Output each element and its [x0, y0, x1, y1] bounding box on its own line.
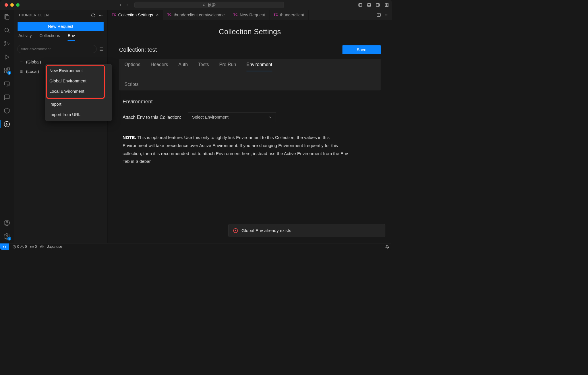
svg-rect-9 [387, 3, 388, 5]
thunder-client-icon[interactable] [3, 120, 11, 128]
svg-marker-17 [5, 55, 9, 59]
thunderclient-tabs: Activity Collections Env [14, 33, 107, 41]
list-icon [19, 70, 24, 74]
svg-point-12 [5, 28, 8, 32]
stab-prerun[interactable]: Pre Run [219, 62, 236, 71]
account-icon[interactable] [3, 219, 11, 227]
svg-point-0 [203, 4, 205, 6]
stab-auth[interactable]: Auth [178, 62, 188, 71]
editor-tab-label: thunderclient [280, 12, 304, 17]
svg-point-15 [5, 45, 6, 46]
status-problems[interactable]: 0 0 [13, 245, 27, 249]
svg-rect-8 [385, 3, 386, 5]
extensions-icon[interactable]: 3 [3, 67, 11, 74]
tab-more-icon[interactable] [384, 13, 389, 17]
settings-gear-icon[interactable]: 1 [3, 233, 11, 240]
attach-env-label: Attach Env to this Collection: [123, 115, 181, 120]
search-activity-icon[interactable] [3, 26, 11, 34]
search-icon [203, 3, 206, 7]
source-control-icon[interactable] [3, 40, 11, 48]
layout-panel-bottom-icon[interactable] [367, 3, 372, 7]
window-controls [5, 3, 20, 7]
status-live-preview[interactable] [40, 245, 44, 248]
layout-sidebar-left-icon[interactable] [358, 3, 363, 7]
status-language[interactable]: Japanese [47, 245, 62, 249]
stab-options[interactable]: Options [125, 62, 140, 71]
env-context-menu: New Environment Global Environment Local… [45, 64, 112, 121]
nav-back-button[interactable] [118, 2, 123, 8]
svg-point-53 [388, 15, 388, 15]
status-ports[interactable]: 0 [30, 245, 37, 249]
status-errors-count: 0 [17, 245, 19, 249]
status-notifications-icon[interactable] [385, 245, 389, 249]
svg-line-13 [8, 32, 9, 33]
editor-tabstrip: TC Collection Settings ✕ TC thunderclien… [108, 10, 392, 20]
svg-line-1 [205, 6, 206, 6]
editor-tab-welcome[interactable]: TC thunderclient.com/welcome [163, 10, 229, 20]
tab-activity[interactable]: Activity [18, 33, 32, 41]
activity-bar: 3 1 [0, 10, 14, 243]
env-item-label: (Global) [26, 59, 41, 64]
split-editor-icon[interactable] [376, 13, 381, 17]
svg-point-29 [6, 221, 8, 223]
tab-env[interactable]: Env [68, 33, 75, 41]
ctx-separator [45, 98, 112, 98]
sidebar-title: THUNDER CLIENT [18, 13, 51, 17]
svg-point-61 [42, 246, 42, 247]
content-area: Collection Settings Collection: test Sav… [108, 20, 392, 243]
stab-scripts[interactable]: Scripts [125, 82, 139, 90]
stab-tests[interactable]: Tests [198, 62, 209, 71]
more-icon[interactable] [99, 13, 103, 18]
status-bar: 0 0 0 Japanese [0, 243, 392, 250]
close-tab-icon[interactable]: ✕ [156, 13, 159, 17]
editor-tab-label: thunderclient.com/welcome [174, 12, 225, 17]
chevron-down-icon [268, 115, 272, 119]
command-center-search[interactable]: 検索 [134, 2, 284, 8]
ctx-import[interactable]: Import [45, 99, 112, 109]
svg-point-14 [5, 41, 6, 43]
stab-environment[interactable]: Environment [246, 62, 272, 71]
svg-rect-6 [376, 3, 379, 6]
editor-tab-new-request[interactable]: TC New Request [229, 10, 269, 20]
hexagon-extension-icon[interactable] [3, 107, 11, 115]
env-menu-button[interactable] [99, 47, 104, 51]
list-icon [19, 60, 24, 64]
toast-message: Global Env already exists [241, 228, 291, 233]
svg-rect-21 [7, 68, 10, 70]
svg-point-33 [102, 15, 102, 16]
editor-tab-collection-settings[interactable]: TC Collection Settings ✕ [108, 10, 163, 20]
customize-layout-icon[interactable] [384, 3, 389, 7]
remote-explorer-icon[interactable] [3, 80, 11, 88]
remote-indicator[interactable] [0, 243, 9, 250]
close-window-button[interactable] [5, 3, 8, 7]
svg-point-16 [8, 43, 9, 45]
filter-environment-input[interactable] [17, 45, 97, 53]
select-environment-dropdown[interactable]: Select Environment [188, 112, 276, 122]
new-request-button[interactable]: New Request [18, 22, 103, 31]
svg-rect-4 [368, 3, 371, 6]
ctx-global-environment[interactable]: Global Environment [45, 76, 112, 86]
ctx-import-from-url[interactable]: Import from URL [45, 109, 112, 120]
save-button[interactable]: Save [343, 45, 381, 54]
ctx-new-environment[interactable]: New Environment [45, 65, 112, 76]
nav-forward-button[interactable] [125, 2, 130, 8]
explorer-icon[interactable] [3, 13, 11, 21]
layout-sidebar-right-icon[interactable] [375, 3, 380, 7]
ctx-local-environment[interactable]: Local Environment [45, 86, 112, 96]
note-label: NOTE: [123, 135, 136, 140]
refresh-icon[interactable] [91, 13, 95, 18]
tc-prefix-icon: TC [274, 13, 278, 17]
minimize-window-button[interactable] [10, 3, 14, 7]
run-debug-icon[interactable] [3, 53, 11, 61]
extensions-badge: 3 [7, 71, 11, 75]
editor-tab-thunderclient[interactable]: TC thunderclient [269, 10, 308, 20]
tab-collections[interactable]: Collections [39, 33, 60, 41]
tc-prefix-icon: TC [112, 13, 117, 17]
titlebar: 検索 [0, 0, 392, 10]
svg-point-52 [386, 15, 387, 15]
comments-icon[interactable] [3, 93, 11, 101]
error-circle-icon [233, 228, 238, 233]
stab-headers[interactable]: Headers [151, 62, 168, 71]
select-placeholder: Select Environment [192, 115, 229, 120]
maximize-window-button[interactable] [16, 3, 20, 7]
